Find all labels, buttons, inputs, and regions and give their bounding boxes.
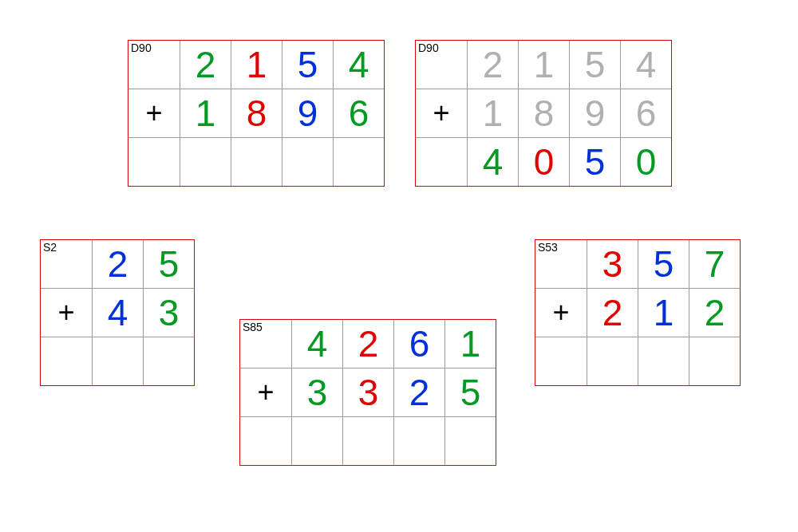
math-card-s85: S854261+3325 [239,319,496,466]
digit-cell: 3 [587,240,638,288]
math-card-d90a: D902154+1896 [128,40,385,187]
card-row: S225 [41,240,194,288]
digit-value: 5 [460,374,481,411]
card-row: 4050 [416,137,671,186]
digit-value: 8 [247,95,267,132]
empty-cell [333,138,384,186]
empty-cell [638,337,689,385]
digit-cell: 6 [393,320,444,368]
card-row: +212 [535,288,740,337]
digit-value: 5 [298,46,318,83]
digit-cell: 5 [143,240,194,288]
digit-cell: 1 [638,289,689,337]
digit-value: 9 [585,95,606,132]
digit-value: 4 [483,144,504,180]
digit-cell: 2 [689,289,740,337]
digit-cell: 5 [444,368,496,416]
digit-cell: 1 [467,89,518,137]
empty-cell [393,417,444,465]
math-card-s2: S225+43 [40,239,195,386]
math-card-d90b: D902154+18964050 [415,40,672,187]
digit-value: 2 [483,46,504,83]
digit-value: 6 [349,95,369,132]
digit-cell: 3 [342,368,393,416]
card-row: D902154 [128,41,384,89]
digit-cell: 2 [587,289,638,337]
operator-cell: + [128,89,180,137]
digit-cell: 4 [467,138,518,186]
digit-cell: 5 [569,41,620,89]
digit-value: 2 [108,246,128,282]
digit-cell: 2 [342,320,393,368]
digit-cell: 5 [569,138,620,186]
card-label: S85 [243,321,263,333]
card-row: +1896 [416,89,671,137]
digit-cell: 1 [518,41,569,89]
digit-value: 4 [108,294,128,331]
digit-cell: 2 [92,240,143,288]
digit-value: 8 [534,95,555,132]
operator-cell: + [416,89,467,137]
empty-cell [342,417,393,465]
card-row [240,416,496,465]
digit-value: 3 [602,246,623,282]
empty-cell [180,138,231,186]
digit-value: 7 [705,246,725,282]
digit-cell: 4 [620,41,671,89]
plus-operator: + [257,378,274,407]
digit-value: 4 [349,46,369,83]
digit-cell: 9 [569,89,620,137]
digit-value: 4 [307,325,328,362]
label-cell: D90 [416,41,467,89]
digit-cell: 7 [689,240,740,288]
digit-value: 3 [159,294,180,331]
digit-value: 3 [358,374,379,411]
card-row: +1896 [128,89,384,137]
digit-value: 2 [602,294,623,331]
digit-value: 1 [247,46,267,83]
digit-cell: 5 [282,41,333,89]
label-cell: S53 [535,240,587,288]
empty-cell [282,138,333,186]
digit-value: 6 [636,95,657,132]
plus-operator: + [57,298,74,327]
operator-cell: + [41,289,92,337]
digit-cell: 2 [393,368,444,416]
digit-cell: 9 [282,89,333,137]
digit-value: 5 [585,46,606,83]
digit-cell: 8 [231,89,282,137]
digit-cell: 1 [231,41,282,89]
digit-value: 6 [409,325,430,362]
empty-cell [689,337,740,385]
digit-cell: 2 [467,41,518,89]
card-row: S53357 [535,240,740,288]
empty-cell [143,337,194,385]
digit-cell: 4 [291,320,342,368]
digit-cell: 3 [291,368,342,416]
card-row: +43 [41,288,194,337]
empty-cell [587,337,638,385]
empty-cell [444,417,496,465]
label-cell: S85 [240,320,291,368]
card-label: D90 [418,42,439,53]
digit-value: 2 [705,294,725,331]
digit-cell: 8 [518,89,569,137]
card-label: D90 [131,42,152,53]
card-row: +3325 [240,368,496,416]
digit-value: 1 [460,325,481,362]
digit-value: 0 [636,144,657,180]
empty-cell [291,417,342,465]
card-row: S854261 [240,320,496,368]
digit-value: 1 [534,46,555,83]
digit-value: 2 [196,46,216,83]
digit-value: 1 [196,95,216,132]
math-card-s53: S53357+212 [535,239,741,386]
digit-value: 0 [534,144,555,180]
empty-cell [128,138,180,186]
empty-cell [41,337,92,385]
digit-cell: 1 [444,320,496,368]
digit-cell: 5 [638,240,689,288]
plus-operator: + [433,99,449,128]
card-row [128,137,384,186]
digit-value: 3 [307,374,328,411]
